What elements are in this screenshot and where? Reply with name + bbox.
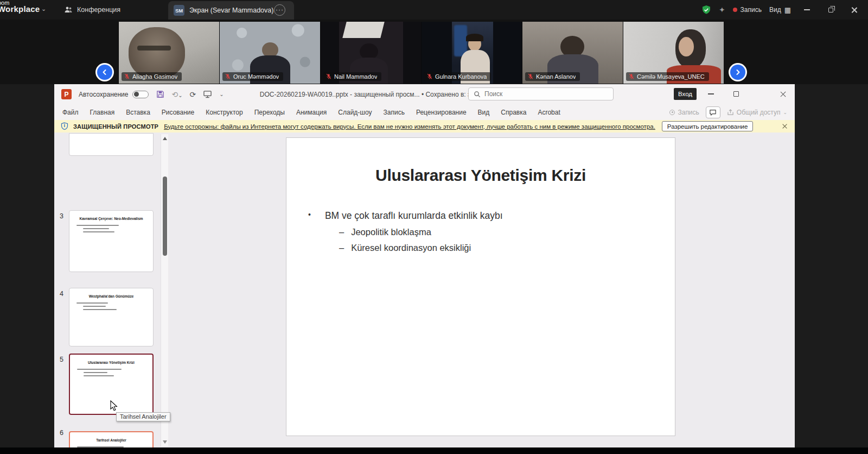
chevron-left-icon <box>97 65 112 80</box>
next-participants-button[interactable] <box>729 63 747 81</box>
tab-home[interactable]: Главная <box>90 109 115 116</box>
comments-button[interactable] <box>706 106 720 118</box>
video-tile[interactable]: Cəmilə Musayeva_UNEC <box>623 22 724 84</box>
slide-title: Uluslararası Yönetişim Krizi <box>286 166 675 185</box>
toolbar-overflow-icon[interactable]: ⌄ <box>219 91 224 97</box>
ppt-close-icon[interactable] <box>780 91 787 97</box>
participant-name: Cəmilə Musayeva_UNEC <box>637 73 705 80</box>
main-slide[interactable]: Uluslararası Yönetişim Krizi • BM ve çok… <box>286 137 675 436</box>
dash-icon: – <box>339 243 344 253</box>
banner-close-icon[interactable] <box>782 123 787 129</box>
slide-sub-bullet: – Jeopolitik bloklaşma <box>339 227 431 237</box>
thumb-body-lines <box>76 302 153 310</box>
brand-line2: Workplace <box>0 6 40 12</box>
toggle-knob <box>134 92 139 97</box>
participant-name-badge: Aliagha Gasimov <box>122 72 182 81</box>
tab-transitions[interactable]: Переходы <box>254 109 285 116</box>
previous-participants-button[interactable] <box>95 63 114 81</box>
participant-name: Kənan Aslanov <box>536 73 576 80</box>
grid-icon: ▦ <box>784 6 791 14</box>
thumbnail-scrollbar[interactable] <box>161 134 168 446</box>
thumb-body-lines <box>76 225 153 232</box>
record-dot-icon <box>733 8 737 12</box>
slide-thumbnail-2-partial[interactable] <box>69 133 154 156</box>
participant-name: Oruc Məmmədov <box>233 73 279 80</box>
record-button-disabled: Запись <box>669 109 699 116</box>
scroll-up-icon[interactable] <box>163 137 167 140</box>
participant-name: Aliagha Gasimov <box>132 73 177 80</box>
chevron-down-icon[interactable]: ⌄ <box>41 5 46 12</box>
ribbon-tab-bar: Файл Главная Вставка Рисование Конструкт… <box>54 104 795 120</box>
mouse-cursor-icon <box>110 400 118 414</box>
avatar-badge: SM <box>174 5 184 16</box>
slide-sub-bullet: – Küresel koordinasyon eksikliği <box>339 243 471 253</box>
thumb-body-lines <box>77 369 152 376</box>
close-button[interactable] <box>846 3 863 16</box>
sub-bullet-text: Jeopolitik bloklaşma <box>351 227 431 237</box>
tab-conference[interactable]: Конференция <box>59 0 126 20</box>
sign-in-button[interactable]: Вход <box>674 88 697 100</box>
video-tile[interactable]: Kənan Aslanov <box>522 22 623 84</box>
scroll-down-icon[interactable] <box>163 440 167 444</box>
search-icon <box>474 91 481 98</box>
search-input[interactable] <box>484 90 593 98</box>
enable-editing-button[interactable]: Разрешить редактирование <box>662 121 754 131</box>
zoom-titlebar: oom Workplace ⌄ Конференция SM Экран (Se… <box>0 0 868 20</box>
thumbnail-tooltip: Tarihsel Analojiler <box>116 412 170 421</box>
ppt-maximize-icon[interactable] <box>733 91 739 97</box>
save-icon[interactable] <box>156 90 164 98</box>
participant-name-badge: Nail Mammadov <box>323 72 381 81</box>
thumb-slide-title: Tarihsel Analojiler <box>70 438 152 442</box>
scrollbar-thumb[interactable] <box>163 176 167 256</box>
zoom-titlebar-controls: ✦ Запись Вид ▦ <box>701 0 868 20</box>
share-icon <box>727 109 734 116</box>
slide-thumbnail-4[interactable]: Westphalia'dan Günümüze <box>69 288 154 346</box>
ellipsis-icon[interactable]: ··· <box>274 4 285 16</box>
share-button-disabled: Общий доступ ⌄ <box>727 109 787 116</box>
thumb-slide-title: Westphalia'dan Günümüze <box>69 294 153 298</box>
banner-title: ЗАЩИЩЕННЫЙ ПРОСМОТР <box>73 123 158 130</box>
tab-animations[interactable]: Анимация <box>296 109 327 116</box>
tab-screen-label: Экран (Sevar Mammadova) <box>189 7 273 14</box>
slide-bullet: • BM ve çok taraflı kurumlarda etkinlik … <box>308 210 503 222</box>
bullet-text: BM ve çok taraflı kurumlarda etkinlik ka… <box>325 210 503 222</box>
mic-muted-icon <box>628 73 635 80</box>
participant-name-badge: Cəmilə Musayeva_UNEC <box>626 72 709 81</box>
slide-thumbnail-3[interactable]: Kavramsal Çerçeve: Neo-Medievalism <box>69 210 154 272</box>
video-tile[interactable]: Gulnara Kurbanova <box>421 22 522 84</box>
tab-acrobat[interactable]: Acrobat <box>538 109 560 116</box>
recording-indicator[interactable]: Запись <box>733 6 762 14</box>
mic-muted-icon <box>326 73 332 80</box>
security-shield-icon[interactable] <box>701 5 711 15</box>
tab-review[interactable]: Рецензирование <box>416 109 467 116</box>
record-label: Запись <box>741 6 762 14</box>
tab-draw[interactable]: Рисование <box>162 109 194 116</box>
ppt-minimize-icon[interactable] <box>708 93 714 94</box>
minimize-button[interactable] <box>799 3 815 16</box>
powerpoint-icon: P <box>61 89 72 99</box>
undo-icon[interactable]: ⟲⌄ <box>171 90 182 99</box>
slideshow-icon[interactable] <box>203 90 212 98</box>
tab-conference-label: Конференция <box>77 6 120 14</box>
tab-design[interactable]: Конструктор <box>206 109 242 116</box>
zoom-workplace-logo: oom Workplace <box>0 0 40 12</box>
tab-file[interactable]: Файл <box>62 109 79 116</box>
tab-slideshow[interactable]: Слайд-шоу <box>338 109 372 116</box>
search-box[interactable] <box>468 87 614 100</box>
bottom-bar <box>0 447 868 454</box>
tab-record[interactable]: Запись <box>384 109 405 116</box>
ppt-content: 3 Kavramsal Çerçeve: Neo-Medievalism 4 W… <box>54 133 795 448</box>
video-tile[interactable]: Aliagha Gasimov <box>118 22 219 84</box>
ai-companion-icon[interactable]: ✦ <box>719 5 725 14</box>
video-tile[interactable]: Nail Mammadov <box>320 22 421 84</box>
autosave-toggle[interactable] <box>132 91 149 98</box>
participant-video <box>129 27 185 79</box>
chevron-down-icon: ⌄ <box>783 110 787 115</box>
video-tile[interactable]: Oruc Məmmədov <box>219 22 320 84</box>
restore-button[interactable] <box>822 3 839 16</box>
view-button[interactable]: Вид ▦ <box>769 6 791 14</box>
tab-help[interactable]: Справка <box>501 109 526 116</box>
tab-view[interactable]: Вид <box>478 109 490 116</box>
tab-insert[interactable]: Вставка <box>126 109 150 116</box>
redo-icon[interactable]: ⟳ <box>190 90 196 99</box>
